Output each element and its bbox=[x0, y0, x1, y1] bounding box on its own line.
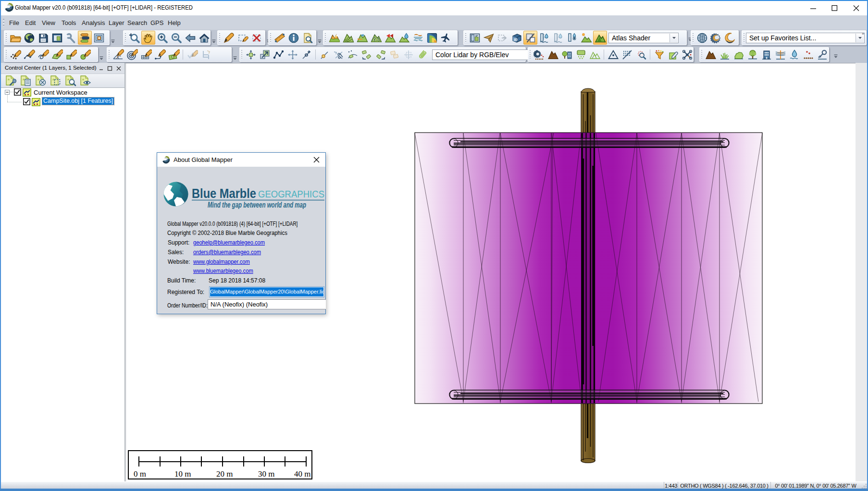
svg-text:Blue Marble: Blue Marble bbox=[192, 186, 256, 201]
svg-text:Mind the gap between world and: Mind the gap between world and map bbox=[208, 200, 306, 209]
svg-text:GEOGRAPHICS: GEOGRAPHICS bbox=[258, 188, 324, 199]
svg-text:3D: 3D bbox=[513, 38, 518, 41]
